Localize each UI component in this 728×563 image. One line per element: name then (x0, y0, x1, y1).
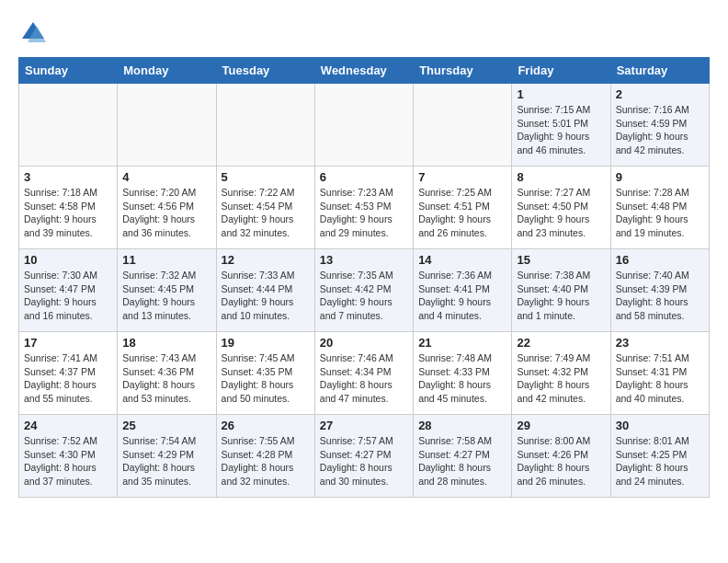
day-number: 21 (418, 336, 506, 350)
weekday-header-saturday: Saturday (610, 58, 709, 84)
day-info: Sunrise: 7:30 AM Sunset: 4:47 PM Dayligh… (24, 269, 112, 323)
day-info: Sunrise: 7:38 AM Sunset: 4:40 PM Dayligh… (517, 269, 605, 323)
calendar-cell: 29Sunrise: 8:00 AM Sunset: 4:26 PM Dayli… (512, 415, 610, 498)
calendar-week-2: 3Sunrise: 7:18 AM Sunset: 4:58 PM Daylig… (19, 167, 710, 249)
calendar-cell: 12Sunrise: 7:33 AM Sunset: 4:44 PM Dayli… (216, 249, 314, 332)
day-info: Sunrise: 7:40 AM Sunset: 4:39 PM Dayligh… (616, 269, 704, 323)
day-info: Sunrise: 7:45 AM Sunset: 4:35 PM Dayligh… (222, 351, 310, 406)
day-info: Sunrise: 7:35 AM Sunset: 4:42 PM Dayligh… (320, 269, 408, 323)
day-number: 18 (122, 336, 210, 350)
day-number: 29 (517, 419, 605, 432)
calendar-cell: 14Sunrise: 7:36 AM Sunset: 4:41 PM Dayli… (414, 249, 512, 332)
day-number: 11 (122, 253, 210, 267)
day-info: Sunrise: 7:46 AM Sunset: 4:34 PM Dayligh… (320, 351, 408, 406)
day-number: 16 (616, 253, 704, 267)
calendar-cell: 4Sunrise: 7:20 AM Sunset: 4:56 PM Daylig… (118, 167, 216, 249)
calendar-cell (118, 84, 216, 167)
calendar-cell: 20Sunrise: 7:46 AM Sunset: 4:34 PM Dayli… (314, 332, 413, 415)
logo-icon (18, 18, 48, 48)
day-info: Sunrise: 7:57 AM Sunset: 4:27 PM Dayligh… (320, 434, 408, 488)
day-info: Sunrise: 7:25 AM Sunset: 4:51 PM Dayligh… (418, 186, 506, 240)
calendar-cell: 23Sunrise: 7:51 AM Sunset: 4:31 PM Dayli… (610, 332, 709, 415)
day-number: 30 (616, 419, 704, 432)
calendar-cell: 6Sunrise: 7:23 AM Sunset: 4:53 PM Daylig… (314, 167, 413, 249)
day-number: 23 (616, 336, 704, 350)
day-info: Sunrise: 7:20 AM Sunset: 4:56 PM Dayligh… (122, 186, 210, 240)
calendar-cell: 1Sunrise: 7:15 AM Sunset: 5:01 PM Daylig… (512, 84, 610, 167)
day-number: 12 (222, 253, 310, 267)
calendar-cell: 25Sunrise: 7:54 AM Sunset: 4:29 PM Dayli… (118, 415, 216, 498)
calendar-cell: 28Sunrise: 7:58 AM Sunset: 4:27 PM Dayli… (414, 415, 512, 498)
day-info: Sunrise: 7:58 AM Sunset: 4:27 PM Dayligh… (418, 434, 506, 488)
day-number: 19 (222, 336, 310, 350)
day-number: 14 (418, 253, 506, 267)
day-number: 22 (517, 336, 605, 350)
calendar-week-4: 17Sunrise: 7:41 AM Sunset: 4:37 PM Dayli… (19, 332, 710, 415)
day-number: 13 (320, 253, 408, 267)
calendar-header-row: SundayMondayTuesdayWednesdayThursdayFrid… (19, 58, 710, 84)
calendar-cell: 19Sunrise: 7:45 AM Sunset: 4:35 PM Dayli… (216, 332, 314, 415)
calendar-cell: 22Sunrise: 7:49 AM Sunset: 4:32 PM Dayli… (512, 332, 610, 415)
calendar-cell: 24Sunrise: 7:52 AM Sunset: 4:30 PM Dayli… (19, 415, 118, 498)
calendar-cell: 8Sunrise: 7:27 AM Sunset: 4:50 PM Daylig… (512, 167, 610, 249)
day-info: Sunrise: 7:48 AM Sunset: 4:33 PM Dayligh… (418, 351, 506, 406)
calendar-cell (414, 84, 512, 167)
calendar-week-1: 1Sunrise: 7:15 AM Sunset: 5:01 PM Daylig… (19, 84, 710, 167)
weekday-header-wednesday: Wednesday (314, 58, 413, 84)
day-number: 1 (517, 87, 605, 101)
day-number: 17 (24, 336, 112, 350)
calendar-cell: 7Sunrise: 7:25 AM Sunset: 4:51 PM Daylig… (414, 167, 512, 249)
day-info: Sunrise: 7:52 AM Sunset: 4:30 PM Dayligh… (24, 434, 112, 488)
day-info: Sunrise: 7:55 AM Sunset: 4:28 PM Dayligh… (222, 434, 310, 488)
day-number: 5 (222, 170, 310, 184)
day-number: 25 (122, 419, 210, 432)
day-number: 7 (418, 170, 506, 184)
day-number: 3 (24, 170, 112, 184)
calendar-week-5: 24Sunrise: 7:52 AM Sunset: 4:30 PM Dayli… (19, 415, 710, 498)
day-info: Sunrise: 7:23 AM Sunset: 4:53 PM Dayligh… (320, 186, 408, 240)
calendar-cell: 17Sunrise: 7:41 AM Sunset: 4:37 PM Dayli… (19, 332, 118, 415)
day-number: 26 (222, 419, 310, 432)
header (18, 18, 710, 48)
calendar-cell: 27Sunrise: 7:57 AM Sunset: 4:27 PM Dayli… (314, 415, 413, 498)
day-number: 8 (517, 170, 605, 184)
calendar-cell: 16Sunrise: 7:40 AM Sunset: 4:39 PM Dayli… (610, 249, 709, 332)
weekday-header-tuesday: Tuesday (216, 58, 314, 84)
logo (18, 18, 51, 48)
calendar-cell: 5Sunrise: 7:22 AM Sunset: 4:54 PM Daylig… (216, 167, 314, 249)
calendar-cell: 26Sunrise: 7:55 AM Sunset: 4:28 PM Dayli… (216, 415, 314, 498)
day-info: Sunrise: 8:01 AM Sunset: 4:25 PM Dayligh… (616, 434, 704, 488)
day-info: Sunrise: 7:54 AM Sunset: 4:29 PM Dayligh… (122, 434, 210, 488)
day-info: Sunrise: 7:22 AM Sunset: 4:54 PM Dayligh… (222, 186, 310, 240)
day-number: 2 (616, 87, 704, 101)
calendar-cell: 18Sunrise: 7:43 AM Sunset: 4:36 PM Dayli… (118, 332, 216, 415)
day-number: 27 (320, 419, 408, 432)
day-info: Sunrise: 7:43 AM Sunset: 4:36 PM Dayligh… (122, 351, 210, 406)
day-number: 10 (24, 253, 112, 267)
calendar-cell: 21Sunrise: 7:48 AM Sunset: 4:33 PM Dayli… (414, 332, 512, 415)
day-number: 9 (616, 170, 704, 184)
page: SundayMondayTuesdayWednesdayThursdayFrid… (0, 0, 728, 507)
weekday-header-thursday: Thursday (414, 58, 512, 84)
day-number: 4 (122, 170, 210, 184)
calendar-cell: 10Sunrise: 7:30 AM Sunset: 4:47 PM Dayli… (19, 249, 118, 332)
calendar-cell: 13Sunrise: 7:35 AM Sunset: 4:42 PM Dayli… (314, 249, 413, 332)
day-info: Sunrise: 7:18 AM Sunset: 4:58 PM Dayligh… (24, 186, 112, 240)
calendar-cell (19, 84, 118, 167)
day-info: Sunrise: 7:32 AM Sunset: 4:45 PM Dayligh… (122, 269, 210, 323)
day-info: Sunrise: 7:28 AM Sunset: 4:48 PM Dayligh… (616, 186, 704, 240)
calendar-week-3: 10Sunrise: 7:30 AM Sunset: 4:47 PM Dayli… (19, 249, 710, 332)
day-info: Sunrise: 7:33 AM Sunset: 4:44 PM Dayligh… (222, 269, 310, 323)
day-number: 28 (418, 419, 506, 432)
weekday-header-sunday: Sunday (19, 58, 118, 84)
day-info: Sunrise: 7:51 AM Sunset: 4:31 PM Dayligh… (616, 351, 704, 406)
calendar-cell: 30Sunrise: 8:01 AM Sunset: 4:25 PM Dayli… (610, 415, 709, 498)
day-number: 24 (24, 419, 112, 432)
calendar-cell: 2Sunrise: 7:16 AM Sunset: 4:59 PM Daylig… (610, 84, 709, 167)
weekday-header-friday: Friday (512, 58, 610, 84)
day-info: Sunrise: 7:36 AM Sunset: 4:41 PM Dayligh… (418, 269, 506, 323)
day-number: 15 (517, 253, 605, 267)
day-info: Sunrise: 8:00 AM Sunset: 4:26 PM Dayligh… (517, 434, 605, 488)
day-info: Sunrise: 7:16 AM Sunset: 4:59 PM Dayligh… (616, 103, 704, 157)
calendar-cell (314, 84, 413, 167)
